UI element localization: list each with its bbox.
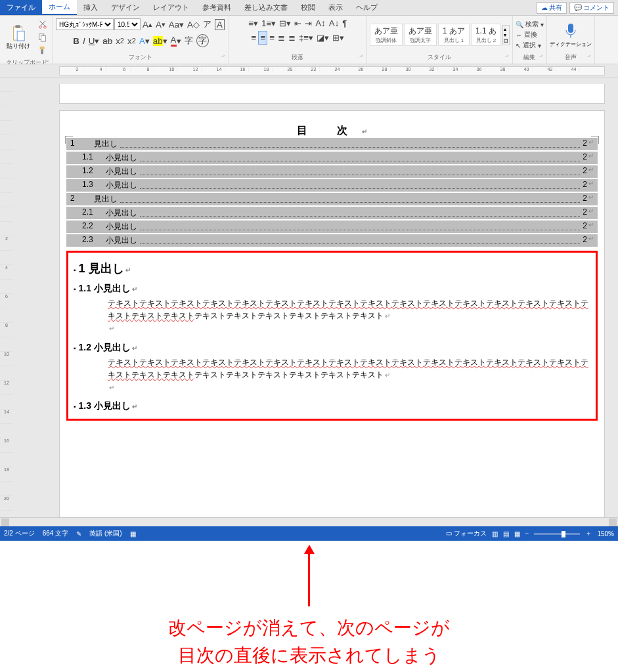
toc-row[interactable]: 1.2小見出し2↵ <box>66 165 598 178</box>
tab-mailings[interactable]: 差し込み文書 <box>238 0 294 15</box>
ribbon: 貼り付け クリップボード HG丸ｺﾞｼｯｸM-P 10.5 A▴ A▾ Aa▾ <box>0 16 618 64</box>
status-page[interactable]: 2/2 ページ <box>4 529 35 538</box>
tab-help[interactable]: ヘルプ <box>349 0 384 15</box>
search-icon: 🔍 <box>516 21 523 28</box>
margin-corner-tl <box>65 136 73 144</box>
status-macro[interactable]: ▦ <box>130 530 136 537</box>
zoom-slider[interactable] <box>534 533 580 535</box>
phonetic-guide-button[interactable]: ア <box>202 17 213 32</box>
align-left-button[interactable]: ≡ <box>250 32 258 44</box>
paint-bucket-icon: ◪▾ <box>317 33 329 43</box>
document-area[interactable]: 24681012141618202224 目 次↵ 1見出し2↵1.1小見出し2… <box>0 77 618 517</box>
comment-button[interactable]: 💬コメント <box>569 2 614 14</box>
tab-home[interactable]: ホーム <box>42 0 77 15</box>
format-painter-button[interactable] <box>37 45 49 56</box>
font-name-select[interactable]: HG丸ｺﾞｼｯｸM-P <box>56 18 114 30</box>
print-layout-button[interactable]: ▥ <box>492 530 498 537</box>
clear-formatting-button[interactable]: A◇ <box>186 18 201 31</box>
justify-button[interactable]: ≣ <box>276 32 286 44</box>
tab-file[interactable]: ファイル <box>0 0 42 15</box>
tab-insert[interactable]: 挿入 <box>77 0 104 15</box>
line-spacing-button[interactable]: ‡≡▾ <box>298 32 315 44</box>
highlight-button[interactable]: ab▾ <box>152 35 169 47</box>
document-page[interactable]: 目 次↵ 1見出し2↵1.1小見出し2↵1.2小見出し2↵1.3小見出し2↵2見… <box>59 110 605 517</box>
toc-row[interactable]: 2見出し2↵ <box>66 193 598 205</box>
italic-button[interactable]: I <box>81 35 87 47</box>
status-wordcount[interactable]: 664 文字 <box>43 529 68 538</box>
style-tile-2[interactable]: 1 あア見出し 1 <box>438 24 470 46</box>
tab-references[interactable]: 参考資料 <box>196 0 238 15</box>
numbering-button[interactable]: 1≡▾ <box>260 17 277 30</box>
shrink-font-button[interactable]: A▾ <box>154 18 167 31</box>
toc-row[interactable]: 2.3小見出し2↵ <box>66 234 598 247</box>
paste-button[interactable]: 貼り付け <box>3 24 34 52</box>
web-layout-button[interactable]: ▦ <box>514 530 520 537</box>
style-tile-3[interactable]: 1.1 あ見出し 2 <box>471 24 501 46</box>
underline-button[interactable]: U▾ <box>87 35 101 47</box>
cut-button[interactable] <box>37 18 49 30</box>
superscript-button[interactable]: x2 <box>126 35 137 47</box>
zoom-in-button[interactable]: ＋ <box>585 529 592 538</box>
style-tile-1[interactable]: あア亜強調太字 <box>404 24 437 46</box>
tab-layout[interactable]: レイアウト <box>146 0 196 15</box>
bold-button[interactable]: B <box>72 35 81 47</box>
zoom-level[interactable]: 150% <box>597 530 614 537</box>
distribute-button[interactable]: ≣ <box>287 32 297 44</box>
share-button[interactable]: ☁共有 <box>537 2 567 14</box>
grow-font-button[interactable]: A▴ <box>141 18 154 31</box>
bullets-button[interactable]: ≡▾ <box>247 17 259 30</box>
focus-mode-button[interactable]: ▭ フォーカス <box>446 529 487 538</box>
sort-button[interactable]: A↓ <box>328 17 341 30</box>
style-tile-0[interactable]: あア亜強調斜体 <box>370 24 403 46</box>
replace-button[interactable]: ↔置換 <box>516 30 544 39</box>
toc-row[interactable]: 1見出し2↵ <box>66 138 598 150</box>
font-size-select[interactable]: 10.5 <box>114 18 141 30</box>
zoom-thumb[interactable] <box>562 531 565 537</box>
status-language[interactable]: 英語 (米国) <box>89 529 121 538</box>
toc-title: 目 次↵ <box>60 124 604 138</box>
tab-design[interactable]: デザイン <box>104 0 146 15</box>
scroll-right-button[interactable] <box>609 518 617 526</box>
enclose-characters-button[interactable]: 字 <box>195 33 210 49</box>
strikethrough-button[interactable]: ab <box>101 35 114 47</box>
borders-button[interactable]: ⊞▾ <box>331 32 345 44</box>
toc-row[interactable]: 2.1小見出し2↵ <box>66 207 598 219</box>
outdent-icon: ⇤ <box>294 18 301 28</box>
multilevel-list-button[interactable]: ⊟▾ <box>278 17 292 30</box>
annotation-highlight-box: 1 見出し↵ 1.1 小見出し↵ テキストテキストテキストテキストテキストテキス… <box>66 251 598 421</box>
scroll-left-button[interactable] <box>1 518 9 526</box>
toc-row[interactable]: 2.2小見出し2↵ <box>66 220 598 233</box>
copy-button[interactable] <box>37 32 49 43</box>
text-effects-button[interactable]: A▾ <box>138 35 151 47</box>
change-case-button[interactable]: Aa▾ <box>167 18 185 31</box>
zoom-out-button[interactable]: − <box>525 530 529 537</box>
tab-review[interactable]: 校閲 <box>294 0 322 15</box>
subscript-button[interactable]: x2 <box>114 35 125 47</box>
decrease-indent-button[interactable]: ⇤ <box>293 17 303 30</box>
horizontal-scrollbar[interactable] <box>0 517 618 526</box>
align-right-button[interactable]: ≡ <box>268 32 276 44</box>
align-center-button[interactable]: ≡ <box>258 31 267 45</box>
text-direction-button[interactable]: A↕ <box>314 17 327 30</box>
voice-group-label: 音声 <box>550 52 592 62</box>
character-border-button[interactable]: A <box>213 18 226 32</box>
brush-icon <box>38 46 47 55</box>
tab-view[interactable]: 表示 <box>322 0 349 15</box>
shading-button[interactable]: ◪▾ <box>315 32 330 44</box>
styles-more-button[interactable]: ▴▾⊟ <box>502 25 510 45</box>
ruby-icon: ア <box>203 18 211 30</box>
vertical-ruler[interactable]: 24681012141618202224 <box>0 77 13 517</box>
increase-indent-button[interactable]: ⇥ <box>303 17 313 30</box>
copy-icon <box>38 33 47 42</box>
dictate-button[interactable]: ディクテーション <box>550 22 592 48</box>
font-color-button[interactable]: A▾ <box>169 33 183 48</box>
toc-row[interactable]: 1.3小見出し2↵ <box>66 179 598 192</box>
find-button[interactable]: 🔍検索▾ <box>516 20 544 29</box>
read-mode-button[interactable]: ▤ <box>503 530 509 537</box>
select-button[interactable]: ↖選択▾ <box>516 41 544 50</box>
toc-row[interactable]: 1.1小見出し2↵ <box>66 152 598 164</box>
character-shading-button[interactable]: 字 <box>183 33 194 48</box>
status-spellcheck[interactable]: ✎ <box>76 530 81 537</box>
horizontal-ruler[interactable]: 2468101214161820222426283032343638404244 <box>0 64 618 77</box>
show-marks-button[interactable]: ¶ <box>341 17 348 30</box>
